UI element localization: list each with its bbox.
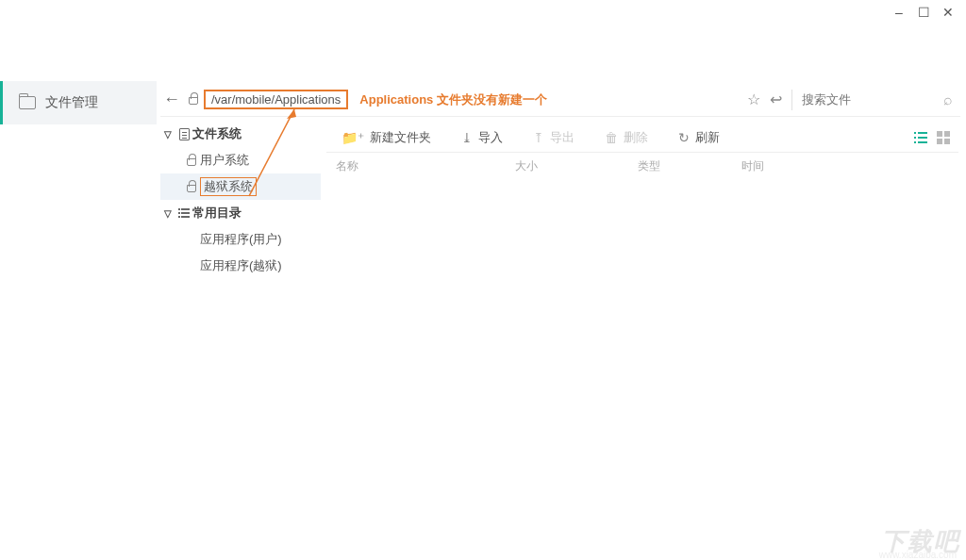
maximize-button[interactable]: ☐ [917, 6, 930, 19]
export-button: ⤒ 导出 [518, 123, 590, 152]
new-folder-icon: 📁⁺ [341, 130, 364, 145]
nav-reload-button[interactable]: ↩ [770, 91, 782, 108]
btn-label: 导入 [478, 129, 503, 146]
lock-icon [183, 181, 200, 192]
list-icon [175, 208, 192, 218]
close-button[interactable]: ✕ [941, 6, 955, 19]
tree-label: 应用程序(用户) [200, 231, 282, 248]
watermark-url: www.xiazaiba.com [879, 550, 957, 560]
new-folder-button[interactable]: 📁⁺ 新建文件夹 [326, 123, 446, 152]
btn-label: 导出 [550, 129, 575, 146]
col-time[interactable]: 时间 [732, 158, 958, 174]
search-input[interactable] [802, 92, 934, 107]
address-bar: ← /var/mobile/Applications Applications … [160, 89, 960, 117]
refresh-button[interactable]: ↻ 刷新 [663, 123, 735, 152]
lock-icon [183, 91, 204, 108]
favorite-button[interactable]: ☆ [747, 91, 760, 108]
tree-label: 常用目录 [192, 205, 242, 222]
col-name[interactable]: 名称 [326, 158, 506, 174]
btn-label: 刷新 [695, 129, 720, 146]
path-input[interactable]: /var/mobile/Applications [204, 90, 348, 109]
file-toolbar: 📁⁺ 新建文件夹 ⤓ 导入 ⤒ 导出 🗑 删除 ↻ 刷新 [326, 123, 958, 153]
tree-item-user-system[interactable]: 用户系统 [160, 147, 321, 173]
folder-tree: ▽ 文件系统 用户系统 越狱系统 ▽ 常用目录 应用程序(用户) 应用程序(越狱… [160, 121, 321, 560]
export-icon: ⤒ [533, 130, 544, 145]
folder-icon [19, 96, 36, 109]
tree-group-common[interactable]: ▽ 常用目录 [160, 200, 321, 226]
column-headers: 名称 大小 类型 时间 [326, 155, 958, 177]
search-icon[interactable]: ⌕ [943, 91, 953, 108]
tree-label: 越狱系统 [200, 177, 257, 196]
side-nav: 文件管理 [0, 81, 157, 560]
tree-item-apps-user[interactable]: 应用程序(用户) [160, 226, 321, 253]
back-button[interactable]: ← [160, 90, 183, 109]
view-mode-toggle [913, 130, 958, 145]
grid-view-icon[interactable] [936, 130, 951, 145]
chevron-down-icon[interactable]: ▽ [160, 129, 175, 140]
col-type[interactable]: 类型 [628, 158, 732, 174]
btn-label: 新建文件夹 [370, 129, 431, 146]
nav-label: 文件管理 [45, 94, 98, 111]
tree-label: 用户系统 [200, 152, 249, 169]
tree-group-filesystem[interactable]: ▽ 文件系统 [160, 121, 321, 147]
tree-label: 文件系统 [192, 125, 242, 142]
nav-file-manager[interactable]: 文件管理 [0, 81, 157, 124]
annotation-text: Applications 文件夹没有新建一个 [359, 91, 547, 108]
import-icon: ⤓ [461, 130, 473, 145]
import-button[interactable]: ⤓ 导入 [446, 123, 518, 152]
list-view-icon[interactable] [913, 130, 928, 145]
window-controls: – ☐ ✕ [892, 6, 955, 19]
separator [791, 90, 792, 110]
tree-item-jailbreak-system[interactable]: 越狱系统 [160, 173, 321, 200]
btn-label: 删除 [624, 129, 648, 146]
document-icon [175, 128, 192, 140]
delete-button: 🗑 删除 [590, 123, 663, 152]
minimize-button[interactable]: – [892, 6, 906, 19]
trash-icon: 🗑 [605, 130, 618, 145]
tree-item-apps-jailbreak[interactable]: 应用程序(越狱) [160, 253, 321, 279]
tree-label: 应用程序(越狱) [200, 257, 282, 274]
chevron-down-icon[interactable]: ▽ [160, 208, 175, 219]
col-size[interactable]: 大小 [506, 158, 628, 174]
lock-icon [183, 155, 200, 166]
refresh-icon: ↻ [678, 130, 690, 145]
